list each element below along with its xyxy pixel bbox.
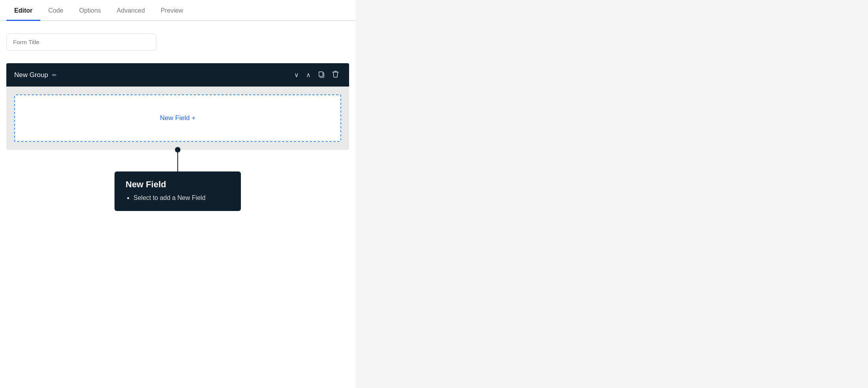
tab-editor[interactable]: Editor xyxy=(6,0,40,21)
tab-code[interactable]: Code xyxy=(40,0,71,21)
tooltip-container: New Field Select to add a New Field xyxy=(6,150,349,219)
tab-options[interactable]: Options xyxy=(71,0,109,21)
copy-button[interactable] xyxy=(316,69,327,81)
tooltip-box: New Field Select to add a New Field xyxy=(115,171,241,211)
main-content: New Group ✏ ∨ ∧ xyxy=(0,21,355,232)
tooltip-bullet: Select to add a New Field xyxy=(133,194,230,202)
drop-zone[interactable]: New Field + xyxy=(14,94,341,142)
svg-rect-2 xyxy=(319,72,323,76)
page-container: Editor Code Options Advanced Preview New… xyxy=(0,0,355,388)
tooltip-title: New Field xyxy=(126,179,230,190)
delete-button[interactable] xyxy=(330,69,341,81)
group-title-area: New Group ✏ xyxy=(14,71,57,79)
connector-dot xyxy=(175,147,180,153)
group-header: New Group ✏ ∨ ∧ xyxy=(6,63,349,87)
group-body: New Field + xyxy=(6,87,349,150)
expand-button[interactable]: ∧ xyxy=(304,70,313,80)
tab-advanced[interactable]: Advanced xyxy=(109,0,153,21)
edit-icon[interactable]: ✏ xyxy=(52,72,57,78)
tabs-bar: Editor Code Options Advanced Preview xyxy=(0,0,355,21)
connector-line xyxy=(177,153,178,171)
collapse-button[interactable]: ∨ xyxy=(292,70,301,80)
group-actions: ∨ ∧ xyxy=(292,69,341,81)
tab-preview[interactable]: Preview xyxy=(153,0,191,21)
group-container: New Group ✏ ∨ ∧ xyxy=(6,63,349,150)
tooltip-list: Select to add a New Field xyxy=(126,194,230,202)
group-title: New Group xyxy=(14,71,48,79)
new-field-link[interactable]: New Field + xyxy=(160,114,195,122)
form-title-input[interactable] xyxy=(6,34,156,51)
